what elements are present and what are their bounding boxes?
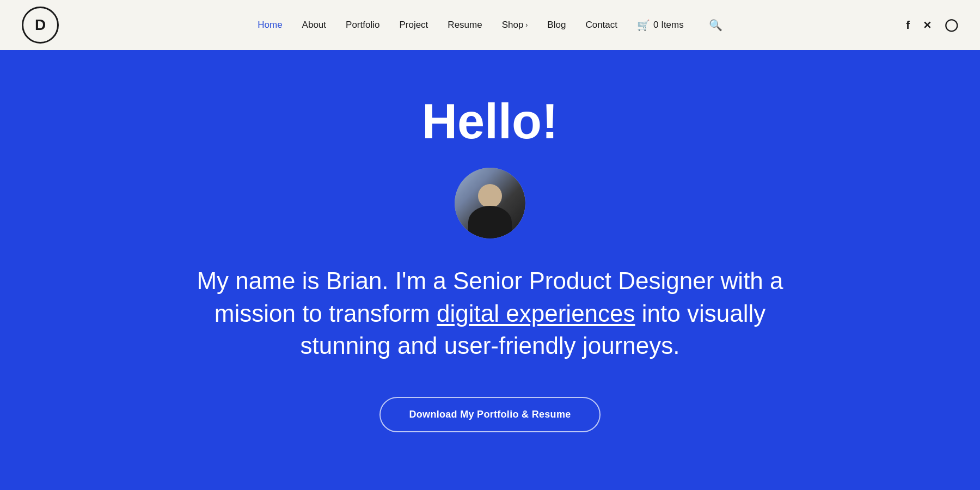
hero-greeting: Hello! xyxy=(422,97,558,146)
hero-text-highlight: digital experiences xyxy=(437,300,635,327)
chevron-down-icon: › xyxy=(525,21,528,29)
nav-item-about[interactable]: About xyxy=(302,20,326,30)
nav-item-home[interactable]: Home xyxy=(258,20,282,30)
nav-item-portfolio[interactable]: Portfolio xyxy=(346,20,379,30)
twitter-x-link[interactable]: ✕ xyxy=(923,19,932,32)
x-icon: ✕ xyxy=(923,20,932,31)
shop-label: Shop xyxy=(502,20,524,30)
hero-description: My name is Brian. I'm a Senior Product D… xyxy=(191,265,789,362)
header: D Home About Portfolio Project Resume Sh… xyxy=(0,0,980,50)
nav-item-resume[interactable]: Resume xyxy=(448,20,482,30)
cart-area[interactable]: 🛒 0 Items xyxy=(637,19,684,32)
instagram-link[interactable]: ◯ xyxy=(945,18,958,32)
nav-item-shop[interactable]: Shop › xyxy=(502,20,528,30)
nav-item-blog[interactable]: Blog xyxy=(547,20,566,30)
cart-icon: 🛒 xyxy=(637,19,650,32)
facebook-link[interactable]: f xyxy=(906,19,910,32)
instagram-icon: ◯ xyxy=(945,18,958,32)
hero-section: Hello! My name is Brian. I'm a Senior Pr… xyxy=(0,50,980,490)
nav-item-project[interactable]: Project xyxy=(399,20,428,30)
download-cta-button[interactable]: Download My Portfolio & Resume xyxy=(379,397,600,432)
cart-count: 0 Items xyxy=(653,20,684,30)
avatar-image xyxy=(455,168,525,238)
nav-item-contact[interactable]: Contact xyxy=(585,20,617,30)
search-icon: 🔍 xyxy=(709,19,722,31)
main-nav: Home About Portfolio Project Resume Shop… xyxy=(258,19,722,32)
logo-letter: D xyxy=(35,16,46,34)
search-button[interactable]: 🔍 xyxy=(709,19,722,32)
avatar xyxy=(455,168,525,238)
social-links: f ✕ ◯ xyxy=(906,18,958,32)
logo[interactable]: D xyxy=(22,7,59,44)
